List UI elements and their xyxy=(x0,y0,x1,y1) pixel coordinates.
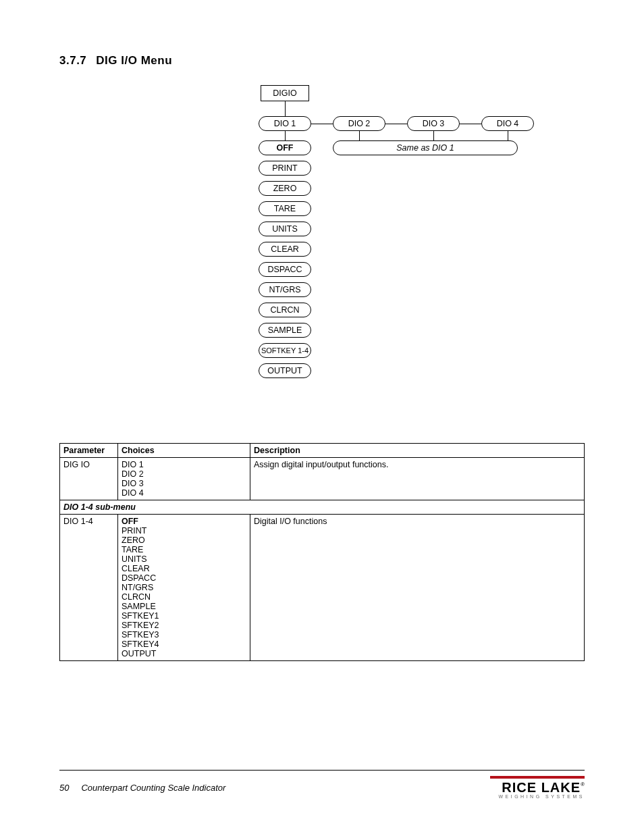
diagram-opt-dspacc: DSPACC xyxy=(259,262,311,277)
diagram-opt-softkey: SOFTKEY 1-4 xyxy=(259,343,311,358)
menu-diagram: DIGIO DIO 1 DIO 2 DIO 3 DIO 4 Same as DI… xyxy=(119,85,525,402)
section-title: DIG I/O Menu xyxy=(96,54,172,67)
cell-desc: Assign digital input/output functions. xyxy=(250,458,585,500)
cell-param: DIO 1-4 xyxy=(60,515,118,661)
table-row: DIO 1-4 OFF PRINT ZERO TARE UNITS CLEAR … xyxy=(60,515,585,661)
cell-param: DIG IO xyxy=(60,458,118,500)
footer-text: 50Counterpart Counting Scale Indicator xyxy=(59,783,225,793)
section-heading: 3.7.7DIG I/O Menu xyxy=(59,54,585,68)
th-parameter: Parameter xyxy=(60,444,118,458)
diagram-dio3: DIO 3 xyxy=(407,116,460,131)
diagram-opt-clrcn: CLRCN xyxy=(259,303,311,317)
parameter-table: Parameter Choices Description DIG IO DIO… xyxy=(59,443,585,661)
diagram-opt-print: PRINT xyxy=(259,161,311,176)
diagram-opt-sample: SAMPLE xyxy=(259,323,311,338)
th-description: Description xyxy=(250,444,585,458)
diagram-opt-off: OFF xyxy=(259,140,311,155)
diagram-opt-zero: ZERO xyxy=(259,181,311,196)
cell-choices: OFF PRINT ZERO TARE UNITS CLEAR DSPACC N… xyxy=(118,515,250,661)
diagram-dio2: DIO 2 xyxy=(333,116,385,131)
diagram-same-as: Same as DIO 1 xyxy=(333,140,518,155)
table-subheader: DIO 1-4 sub-menu xyxy=(60,500,585,515)
diagram-opt-tare: TARE xyxy=(259,201,311,216)
diagram-opt-units: UNITS xyxy=(259,221,311,236)
diagram-opt-ntgrs: NT/GRS xyxy=(259,282,311,297)
th-choices: Choices xyxy=(118,444,250,458)
doc-title: Counterpart Counting Scale Indicator xyxy=(81,783,225,793)
section-number: 3.7.7 xyxy=(59,54,86,67)
diagram-dio1: DIO 1 xyxy=(259,116,311,131)
cell-choices: DIO 1 DIO 2 DIO 3 DIO 4 xyxy=(118,458,250,500)
diagram-opt-clear: CLEAR xyxy=(259,242,311,257)
diagram-opt-output: OUTPUT xyxy=(259,363,311,378)
diagram-dio4: DIO 4 xyxy=(481,116,534,131)
rice-lake-logo: RICE LAKE® WEIGHING SYSTEMS xyxy=(490,776,585,799)
page-number: 50 xyxy=(59,783,69,793)
cell-desc: Digital I/O functions xyxy=(250,515,585,661)
table-row: DIG IO DIO 1 DIO 2 DIO 3 DIO 4 Assign di… xyxy=(60,458,585,500)
diagram-root: DIGIO xyxy=(261,85,309,101)
page-footer: 50Counterpart Counting Scale Indicator R… xyxy=(59,770,585,799)
